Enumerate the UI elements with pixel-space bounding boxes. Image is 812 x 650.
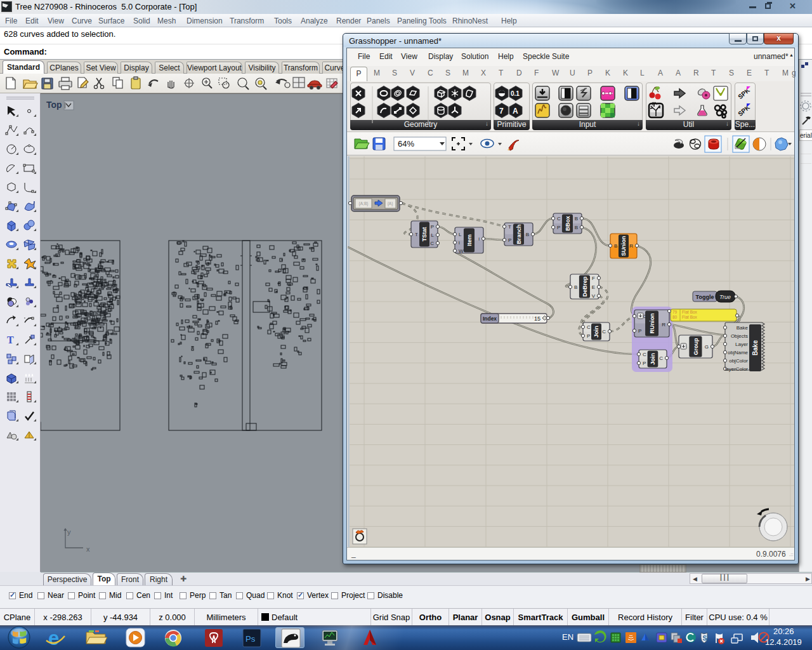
svg-text:P: P <box>508 237 511 243</box>
svg-text:BBox: BBox <box>565 216 571 231</box>
svg-text:C: C <box>557 216 561 222</box>
svg-text:Bake: Bake <box>752 340 759 355</box>
svg-text:C: C <box>659 355 663 361</box>
svg-text:Flat Box: Flat Box <box>682 310 698 314</box>
svg-text:T: T <box>508 224 511 230</box>
svg-text:C: C <box>587 324 591 330</box>
svg-text:SPK: SPK <box>737 86 751 100</box>
svg-text:P: P <box>431 224 434 230</box>
svg-text:0.1: 0.1 <box>511 90 520 97</box>
svg-text:e: e <box>48 627 59 648</box>
svg-text:Item: Item <box>466 234 473 246</box>
svg-text:layerColor: layerColor <box>725 366 749 372</box>
svg-text:S: S <box>703 635 707 642</box>
svg-text:L: L <box>459 232 462 237</box>
svg-text:P: P <box>638 328 641 334</box>
svg-text:objName: objName <box>728 350 749 355</box>
svg-text:Layer: Layer <box>735 342 748 347</box>
svg-text:C: C <box>602 329 606 335</box>
svg-text:Objects: Objects <box>731 333 748 339</box>
svg-text:G: G <box>705 344 709 350</box>
svg-text:79: 79 <box>672 310 678 314</box>
svg-text:True: True <box>719 294 731 300</box>
svg-text:7: 7 <box>499 107 504 116</box>
svg-text:A: A <box>513 107 518 116</box>
svg-text:Bake: Bake <box>737 325 749 331</box>
svg-text:B: B <box>575 216 578 222</box>
svg-text:SUnion: SUnion <box>620 236 627 256</box>
svg-text:B: B <box>574 284 577 290</box>
svg-text:C: C <box>430 241 434 246</box>
svg-text:DeBrep: DeBrep <box>582 276 588 297</box>
svg-text:Group: Group <box>693 338 699 355</box>
svg-text:B: B <box>614 243 617 249</box>
svg-text:objColor: objColor <box>729 358 748 364</box>
svg-text:L: L <box>431 232 435 238</box>
svg-text:E: E <box>592 284 595 290</box>
svg-text:{A}: {A} <box>388 201 394 206</box>
svg-text:R: R <box>629 243 633 249</box>
svg-text:R: R <box>662 322 665 328</box>
svg-text:RUnion: RUnion <box>649 314 655 334</box>
svg-text:x: x <box>86 545 90 553</box>
svg-text:P: P <box>643 361 646 366</box>
svg-text:T: T <box>415 232 418 237</box>
svg-text:B: B <box>526 232 529 237</box>
svg-text:W: W <box>459 248 464 254</box>
svg-text:Ps: Ps <box>246 634 256 644</box>
svg-text:P: P <box>557 225 560 230</box>
svg-text:Join: Join <box>650 353 656 365</box>
svg-text:y: y <box>67 528 71 536</box>
svg-text:P: P <box>587 333 590 339</box>
svg-text:C: C <box>643 352 646 357</box>
svg-text:F: F <box>592 275 595 281</box>
svg-text:Join: Join <box>593 326 599 338</box>
svg-text:TStat: TStat <box>421 227 428 242</box>
svg-text:T: T <box>7 335 14 345</box>
svg-text:i: i <box>459 240 460 246</box>
svg-text:Toggle: Toggle <box>696 294 714 300</box>
svg-text:80: 80 <box>672 315 678 319</box>
svg-text:Index: Index <box>483 315 497 322</box>
svg-text:Flat Box: Flat Box <box>682 315 698 319</box>
svg-text:Top: Top <box>46 100 62 110</box>
svg-text:V: V <box>592 293 596 299</box>
svg-text:B: B <box>575 225 578 230</box>
svg-text:Branch: Branch <box>516 224 522 244</box>
svg-text:64%: 64% <box>398 139 414 149</box>
svg-text:SPK: SPK <box>737 103 751 117</box>
svg-text:15: 15 <box>534 315 540 322</box>
svg-text:i: i <box>478 236 480 242</box>
svg-text:{A;B}: {A;B} <box>359 201 369 206</box>
